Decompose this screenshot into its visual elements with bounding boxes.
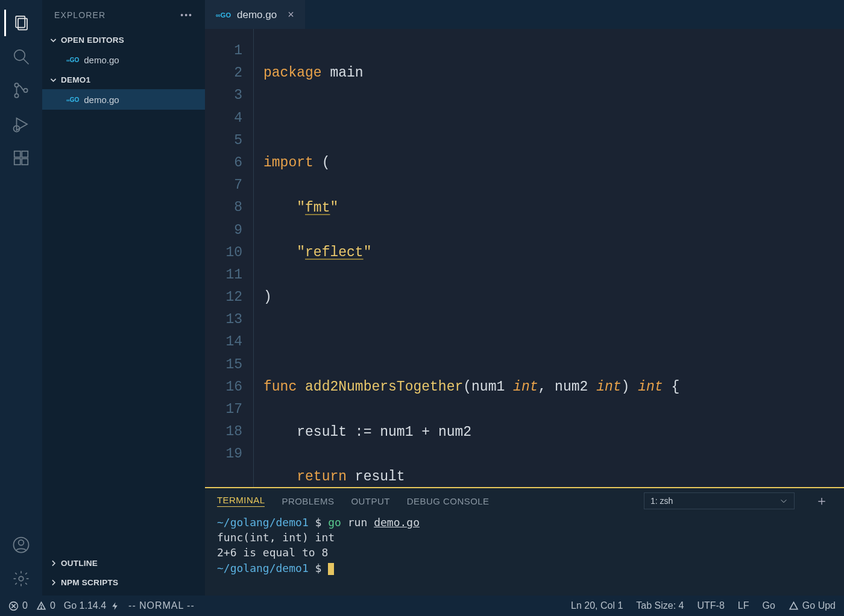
code-content[interactable]: package main import ( "fmt" "reflect" ) … — [253, 29, 844, 487]
file-tab[interactable]: ∞GO demo.go × — [205, 0, 305, 29]
status-eol[interactable]: LF — [738, 600, 749, 611]
new-terminal-icon[interactable]: ＋ — [811, 492, 832, 510]
terminal-tab[interactable]: TERMINAL — [217, 495, 265, 507]
bottom-panel: TERMINAL PROBLEMS OUTPUT DEBUG CONSOLE 1… — [205, 487, 844, 596]
debug-icon[interactable] — [4, 107, 38, 141]
svg-line-3 — [24, 59, 29, 64]
status-go-version[interactable]: Go 1.14.4 — [64, 600, 120, 611]
status-language[interactable]: Go — [763, 600, 775, 611]
sidebar-more-icon[interactable]: ••• — [180, 10, 193, 20]
svg-point-20 — [41, 608, 42, 608]
status-vim-mode: -- NORMAL -- — [128, 600, 195, 611]
source-control-icon[interactable] — [4, 74, 38, 107]
explorer-sidebar: EXPLORER ••• OPEN EDITORS GO demo.go DEM… — [42, 0, 205, 596]
svg-point-4 — [14, 83, 18, 87]
terminal-body[interactable]: ~/golang/demo1 $ go run demo.go func(int… — [205, 514, 844, 596]
status-cursor-pos[interactable]: Ln 20, Col 1 — [571, 600, 623, 611]
debug-console-tab[interactable]: DEBUG CONSOLE — [407, 496, 490, 506]
editor-tabs: ∞GO demo.go × — [205, 0, 844, 29]
status-encoding[interactable]: UTF-8 — [698, 600, 725, 611]
svg-rect-1 — [18, 19, 27, 30]
sidebar-title: EXPLORER ••• — [42, 0, 205, 30]
status-bar: 0 0 Go 1.14.4 -- NORMAL -- Ln 20, Col 1 … — [0, 596, 844, 616]
status-errors[interactable]: 0 — [8, 600, 28, 611]
code-editor[interactable]: 12345678910111213141516171819 package ma… — [205, 29, 844, 487]
npm-scripts-section[interactable]: NPM SCRIPTS — [42, 573, 205, 592]
search-icon[interactable] — [4, 40, 38, 74]
open-editor-file[interactable]: GO demo.go — [42, 49, 205, 70]
project-section[interactable]: DEMO1 — [42, 70, 205, 89]
svg-rect-12 — [22, 159, 28, 165]
svg-point-5 — [14, 94, 18, 98]
status-warnings[interactable]: 0 — [36, 600, 55, 611]
svg-rect-11 — [14, 159, 20, 165]
svg-rect-0 — [16, 16, 25, 28]
line-gutter: 12345678910111213141516171819 — [205, 29, 253, 487]
outline-section[interactable]: OUTLINE — [42, 553, 205, 573]
close-tab-icon[interactable]: × — [288, 8, 294, 21]
go-file-icon: GO — [66, 96, 79, 103]
go-file-icon: ∞GO — [216, 11, 231, 19]
status-go-update[interactable]: Go Upd — [789, 600, 836, 611]
editor-area: ∞GO demo.go × 12345678910111213141516171… — [205, 0, 844, 596]
svg-point-2 — [14, 50, 25, 61]
extensions-icon[interactable] — [4, 141, 38, 175]
svg-point-6 — [24, 89, 27, 92]
terminal-selector[interactable]: 1: zsh — [644, 492, 795, 509]
svg-rect-10 — [22, 151, 28, 157]
svg-point-14 — [19, 540, 24, 545]
svg-point-15 — [19, 576, 24, 581]
problems-tab[interactable]: PROBLEMS — [282, 496, 334, 506]
settings-gear-icon[interactable] — [4, 562, 38, 596]
explorer-icon[interactable] — [4, 6, 38, 40]
output-tab[interactable]: OUTPUT — [351, 496, 389, 506]
svg-rect-9 — [14, 151, 20, 157]
tab-filename: demo.go — [237, 9, 277, 21]
project-file[interactable]: GO demo.go — [42, 89, 205, 110]
svg-marker-7 — [17, 118, 28, 130]
status-tab-size[interactable]: Tab Size: 4 — [636, 600, 684, 611]
account-icon[interactable] — [4, 528, 38, 562]
panel-tabs: TERMINAL PROBLEMS OUTPUT DEBUG CONSOLE 1… — [205, 488, 844, 514]
open-editors-section[interactable]: OPEN EDITORS — [42, 30, 205, 49]
go-file-icon: GO — [66, 57, 79, 63]
activity-bar — [0, 0, 42, 596]
